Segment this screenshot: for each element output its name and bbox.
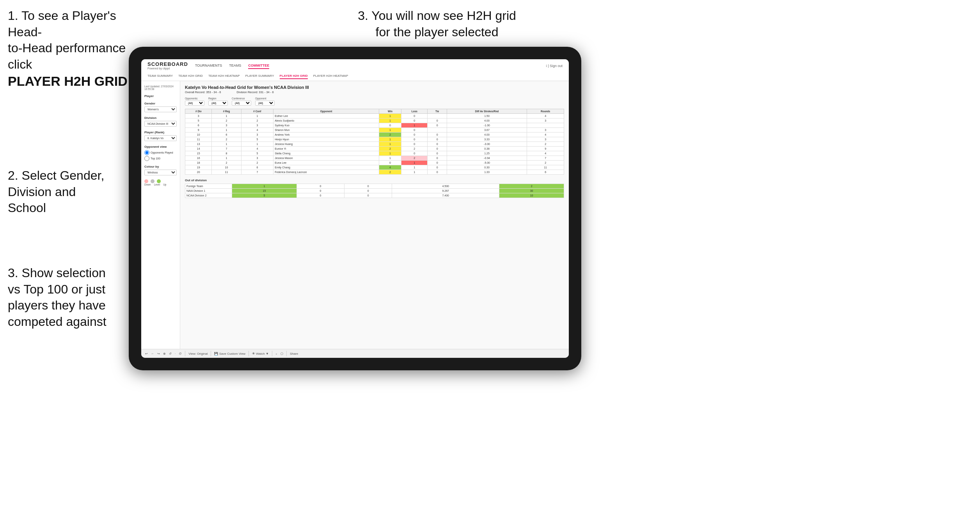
ood-cell-tie: 0 [344,188,392,193]
toolbar-view-original[interactable]: View: Original [188,352,208,355]
cell-diff: 4.00 [447,118,527,123]
cell-loss: 0 [401,151,428,156]
table-row: 6 3 3 Sydney Kuo 0 1 0 -1.00 [185,123,564,127]
cell-reg: 8 [212,151,241,156]
opponents-filter-select[interactable]: (All) [185,101,204,106]
cell-div: 11 [185,137,212,141]
instruction-mid-left: 2. Select Gender, Division and School [8,168,121,216]
sign-out-link[interactable]: i | Sign out [546,64,563,68]
radio-top100[interactable]: Top 100 [144,156,177,161]
sidebar-opponent-view-section: Opponent view Opponents Played Top 100 [144,145,177,161]
cell-opponent: Heejo Hyun [273,137,379,141]
th-conf: # Conf [241,109,273,113]
cell-win: 1 [379,137,401,141]
region-filter-label: Region [208,97,228,100]
ood-cell-loss: 0 [296,188,344,193]
colour-by-select[interactable]: Win/loss [144,170,177,175]
cell-win: 1 [379,127,401,132]
ood-cell-win: 15 [232,188,297,193]
player-rank-select[interactable]: 8. Katelyn Vo [144,135,177,141]
toolbar-divider1 [185,351,185,356]
cell-reg: 2 [212,118,241,123]
sub-team-h2h-grid[interactable]: TEAM H2H GRID [178,73,203,79]
cell-win: 1 [379,118,401,123]
cell-diff: -1.00 [447,123,527,127]
toolbar-share[interactable]: Share [290,352,298,355]
cell-reg: 11 [212,170,241,174]
th-win: Win [379,109,401,113]
ood-cell-loss: 0 [296,193,344,198]
cell-rounds: 9 [527,146,564,151]
sub-team-h2h-heatmap[interactable]: TEAM H2H HEATMAP [208,73,240,79]
instruction-mid-line3: School [8,201,46,215]
cell-win: 1 [379,151,401,156]
cell-reg: 7 [212,146,241,151]
cell-reg: 10 [212,165,241,170]
cell-rounds: 2 [527,160,564,165]
opponent-filter-select[interactable]: (All) [255,101,275,106]
table-header-row: # Div # Reg # Conf Opponent Win Loss Tie… [185,109,564,113]
nav-committee[interactable]: COMMITTEE [248,63,269,69]
cell-div: 10 [185,132,212,137]
colour-up-dot [157,179,161,183]
table-row: 20 11 7 Federica Domecq Lacroze 2 1 0 1.… [185,170,564,174]
ood-cell-diff: 7.400 [392,193,499,198]
main-content: Last Updated: 27/03/2024 16:55:38 Player… [141,81,569,349]
nav-teams[interactable]: TEAMS [229,63,241,69]
ood-cell-loss: 0 [296,184,344,188]
cell-tie: 0 [428,156,447,160]
radio-opponents-played[interactable]: Opponents Played [144,150,177,155]
cell-rounds: 7 [527,156,564,160]
cell-win: 4 [379,165,401,170]
cell-conf: 4 [241,146,273,151]
logo-sub: Powered by clippd [147,67,188,70]
table-row: 13 1 1 Jessica Huang 1 0 0 -3.00 2 [185,141,564,146]
division-select[interactable]: NCAA Division III [144,121,177,127]
instruction-mid-line2: Division and [8,185,76,199]
gender-label: Gender [144,102,177,105]
toolbar-save-custom[interactable]: 💾 Save Custom View [214,352,245,355]
ood-cell-rounds: 10 [499,193,564,198]
region-filter-select[interactable]: (All) [208,101,228,106]
toolbar-add[interactable]: ⊕ [163,352,166,355]
sub-player-h2h-heatmap[interactable]: PLAYER H2H HEATMAP [313,73,348,79]
cell-tie [428,113,447,118]
tablet-screen: SCOREBOARD Powered by clippd TOURNAMENTS… [141,59,569,358]
sidebar-player-section: Player [144,94,177,98]
toolbar-icon1[interactable]: ⬦ [275,352,277,355]
toolbar-refresh[interactable]: ↺ [169,352,172,355]
toolbar: ↩ ← ↪ ⊕ ↺ · ⏱ View: Original 💾 Save Cust… [141,349,569,358]
conference-filter-select[interactable]: (All) [232,101,251,106]
toolbar-back[interactable]: ← [151,352,154,355]
cell-conf: 5 [241,137,273,141]
table-row: 15 8 5 Stella Cheng 1 0 0 1.25 4 [185,151,564,156]
instruction-bold: PLAYER H2H GRID [8,74,128,88]
cell-diff: 1.50 [447,113,527,118]
toolbar-undo[interactable]: ↩ [145,352,148,355]
ood-table-row: Foreign Team 1 0 0 4.500 2 [185,184,564,188]
th-reg: # Reg [212,109,241,113]
gender-select[interactable]: Women's [144,106,177,112]
colour-by-label: Colour by [144,165,177,168]
radio-group: Opponents Played Top 100 [144,150,177,161]
toolbar-clock[interactable]: ⏱ [179,352,182,355]
cell-win: 1 [379,113,401,118]
sub-team-summary[interactable]: TEAM SUMMARY [147,73,173,79]
toolbar-icon2[interactable]: ⬡ [281,352,283,355]
out-of-division-table: Foreign Team 1 0 0 4.500 2 NAIA Division… [185,184,564,198]
ood-cell-diff: 4.500 [392,184,499,188]
filters-row: Opponents: (All) Region (All) Conference [185,97,564,106]
cell-loss: 0 [401,137,428,141]
sub-player-summary[interactable]: PLAYER SUMMARY [245,73,274,79]
cell-conf: 5 [241,151,273,156]
sub-player-h2h-grid[interactable]: PLAYER H2H GRID [280,73,308,79]
cell-loss: 1 [401,123,428,127]
toolbar-redo[interactable]: ↪ [157,352,160,355]
sidebar-timestamp: Last Updated: 27/03/2024 16:55:38 [144,85,177,90]
nav-tournaments[interactable]: TOURNAMENTS [195,63,222,69]
cell-div: 18 [185,160,212,165]
cell-win: 0 [379,160,401,165]
opponent-filter-label: Opponent [255,97,275,100]
out-of-division-title: Out of division [185,179,564,182]
toolbar-watch[interactable]: 👁 Watch ▼ [252,352,269,355]
